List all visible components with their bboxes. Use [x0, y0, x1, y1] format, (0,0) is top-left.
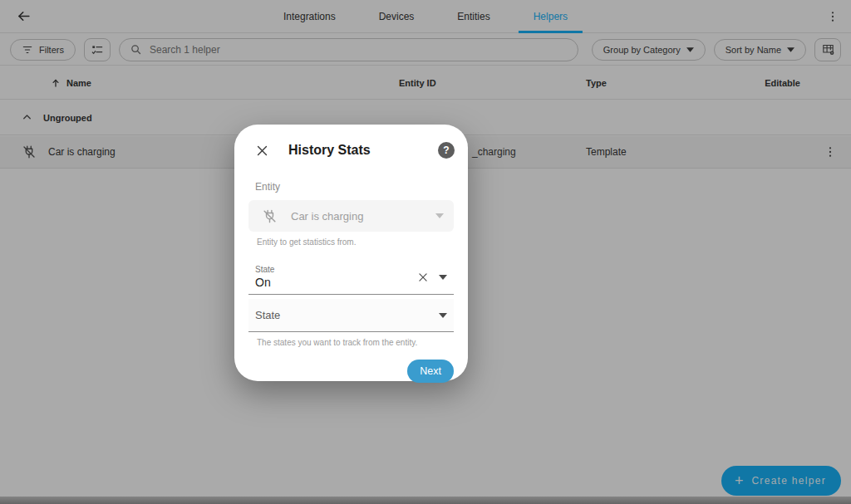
- dialog-body: Entity Car is charging Entity to get sta…: [234, 181, 468, 383]
- entity-picker: Car is charging: [248, 200, 454, 232]
- power-plug-off-icon: [262, 208, 278, 224]
- chevron-down-icon[interactable]: [439, 275, 447, 280]
- entity-section-label: Entity: [255, 181, 454, 193]
- states-helper-text: The states you want to track from the en…: [257, 338, 454, 347]
- dialog-title: History Stats: [288, 143, 371, 158]
- close-icon: [255, 144, 269, 158]
- state-field-value: On: [255, 276, 274, 289]
- entity-picker-value: Car is charging: [291, 210, 363, 223]
- entity-helper-text: Entity to get statistics from.: [257, 237, 454, 247]
- state-select-filled[interactable]: State On: [248, 260, 454, 295]
- next-button[interactable]: Next: [407, 360, 454, 383]
- chevron-down-icon[interactable]: [439, 313, 447, 318]
- state-select-empty[interactable]: State: [248, 299, 454, 332]
- state-field-placeholder: State: [255, 309, 280, 321]
- state-field-icons: [417, 272, 447, 283]
- close-button[interactable]: [253, 142, 270, 159]
- state-field-labels: State On: [255, 265, 274, 289]
- help-icon: ?: [443, 144, 449, 156]
- history-stats-dialog: History Stats ? Entity Car is charging E…: [234, 125, 468, 381]
- helpers-page: Integrations Devices Entities Helpers Fi…: [0, 0, 851, 504]
- state-field-label: State: [255, 265, 274, 274]
- chevron-down-icon: [435, 213, 444, 218]
- clear-icon[interactable]: [417, 272, 429, 283]
- dialog-header: History Stats ?: [234, 125, 468, 159]
- dialog-footer: Next: [248, 347, 454, 383]
- help-button[interactable]: ?: [438, 142, 455, 159]
